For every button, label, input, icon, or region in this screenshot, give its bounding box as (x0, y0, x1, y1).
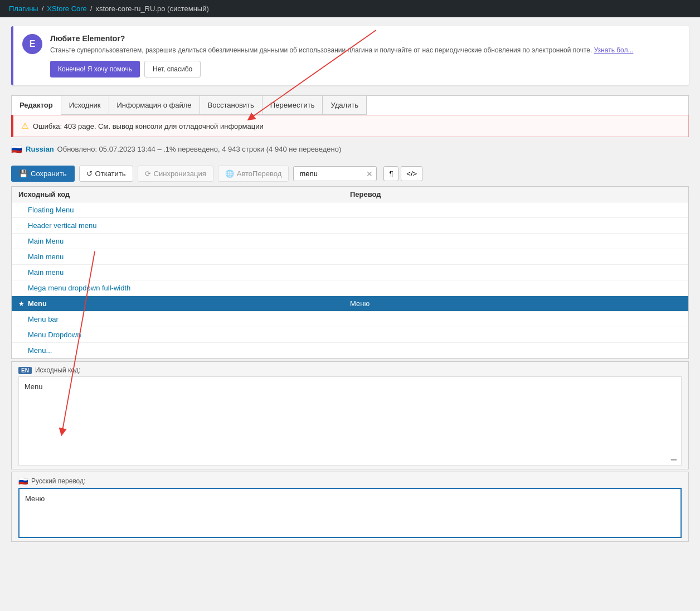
lang-info-bar: 🇷🇺 Russian Обновлено: 05.07.2023 13:44 –… (11, 144, 689, 154)
table-row[interactable]: ★ Main Menu (12, 234, 688, 249)
toolbar: 💾 Сохранить ↺ Откатить ⟳ Синхронизация 🌐… (11, 161, 689, 186)
table-row[interactable]: ★ Floating Menu (12, 202, 688, 218)
tabs-bar: Редактор Исходник Информация о файле Вос… (11, 95, 689, 115)
source-text: Menu Dropdown (28, 331, 81, 339)
format-buttons: ¶ </> (383, 166, 422, 181)
translate-icon: 🌐 (225, 169, 234, 178)
tab-fileinfo[interactable]: Информация о файле (109, 96, 200, 115)
source-cell: ★ Main Menu (18, 237, 350, 245)
source-label-text: Исходный код: (35, 366, 80, 374)
breadcrumb-plugins[interactable]: Плагины (9, 4, 38, 13)
translation-text-box[interactable]: Меню (18, 488, 682, 538)
elementor-learn-more[interactable]: Узнать бол... (594, 46, 634, 54)
table-row-selected[interactable]: ★ Menu Меню (12, 296, 688, 312)
tab-editor[interactable]: Редактор (12, 96, 61, 115)
source-text: Mega menu dropdown full-width (28, 284, 130, 292)
breadcrumb-sep2: / (90, 4, 93, 13)
error-text: Ошибка: 403 page. См. вывод консоли для … (33, 122, 264, 130)
lang-info-text: Обновлено: 05.07.2023 13:44 – .1% переве… (57, 145, 342, 153)
tab-source[interactable]: Исходник (61, 96, 109, 115)
source-text: Main Menu (28, 237, 64, 245)
star-icon: ★ (18, 300, 25, 308)
format-para-button[interactable]: ¶ (383, 166, 398, 181)
source-text: Menu bar (28, 315, 59, 323)
lang-badge-ru: 🇷🇺 (18, 477, 28, 486)
source-cell: ★ Main menu (18, 268, 350, 277)
table-row[interactable]: ★ Main menu (12, 265, 688, 280)
source-cell: ★ Main menu (18, 253, 350, 261)
elementor-icon: E (22, 34, 42, 54)
source-cell: ★ Header vertical menu (18, 221, 350, 230)
source-detail-label: EN Исходный код: (18, 366, 682, 374)
save-icon: 💾 (19, 169, 28, 178)
elementor-no-button[interactable]: Нет, спасибо (144, 61, 201, 77)
breadcrumb-file: xstore-core-ru_RU.po (системный) (95, 4, 208, 13)
table-row[interactable]: ★ Mega menu dropdown full-width (12, 280, 688, 296)
table-row[interactable]: ★ Header vertical menu (12, 218, 688, 234)
elementor-notice-body: Любите Elementor? Станьте суперпользоват… (50, 34, 680, 77)
autotranslate-button[interactable]: 🌐 АвтоПеревод (218, 166, 289, 182)
save-button[interactable]: 💾 Сохранить (11, 166, 75, 182)
breadcrumb: Плагины / XStore Core / xstore-core-ru_R… (0, 0, 700, 17)
source-text: Main menu (28, 253, 64, 261)
tab-move[interactable]: Переместить (262, 96, 323, 115)
lang-name[interactable]: Russian (26, 145, 54, 153)
search-clear-button[interactable]: ✕ (366, 169, 373, 178)
source-cell: ★ Menu... (18, 346, 350, 355)
translation-table: Исходный код Перевод ★ Floating Menu ★ H… (11, 186, 689, 359)
source-text: Header vertical menu (28, 221, 97, 230)
russian-flag: 🇷🇺 (11, 144, 22, 154)
source-text: Menu (28, 299, 47, 308)
elementor-yes-button[interactable]: Конечно! Я хочу помочь (50, 61, 140, 77)
lang-badge-en: EN (18, 367, 32, 374)
tab-restore[interactable]: Восстановить (200, 96, 262, 115)
search-input[interactable] (297, 167, 364, 181)
breadcrumb-sep1: / (42, 4, 44, 13)
table-row[interactable]: ★ Menu Dropdown (12, 327, 688, 343)
source-text: Floating Menu (28, 206, 74, 214)
format-code-button[interactable]: </> (401, 166, 422, 181)
revert-button[interactable]: ↺ Откатить (79, 166, 133, 182)
source-content: Menu (25, 382, 43, 391)
source-text: Menu... (28, 346, 52, 355)
warning-icon: ⚠ (21, 121, 28, 131)
table-row[interactable]: ★ Menu... (12, 343, 688, 358)
col-translation-header: Перевод (350, 190, 682, 198)
elementor-notice: E Любите Elementor? Станьте суперпользов… (11, 26, 689, 85)
revert-icon: ↺ (86, 169, 93, 178)
translation-cell: Меню (350, 299, 682, 308)
tab-delete[interactable]: Удалить (323, 96, 367, 115)
error-bar: ⚠ Ошибка: 403 page. См. вывод консоли дл… (11, 115, 689, 137)
elementor-notice-text: Станьте суперпользователем, разрешив дел… (50, 45, 680, 55)
source-cell: ★ Menu Dropdown (18, 331, 350, 339)
source-detail-section: EN Исходный код: Menu ▬ (11, 361, 689, 469)
table-header: Исходный код Перевод (12, 187, 688, 202)
translation-content: Меню (25, 494, 45, 503)
table-row[interactable]: ★ Main menu (12, 249, 688, 265)
search-wrap: ✕ (293, 166, 377, 181)
translation-detail-label: 🇷🇺 Русский перевод: (18, 477, 682, 486)
source-cell: ★ Menu bar (18, 315, 350, 323)
translation-label-text: Русский перевод: (31, 477, 85, 485)
source-cell: ★ Menu (18, 299, 350, 308)
translation-detail-section: 🇷🇺 Русский перевод: Меню (11, 472, 689, 542)
source-cell: ★ Mega menu dropdown full-width (18, 284, 350, 292)
source-text-box: Menu ▬ (18, 376, 682, 465)
elementor-notice-title: Любите Elementor? (50, 34, 680, 43)
source-cell: ★ Floating Menu (18, 206, 350, 214)
table-row[interactable]: ★ Menu bar (12, 312, 688, 327)
source-text: Main menu (28, 268, 64, 277)
col-source-header: Исходный код (18, 190, 350, 198)
sync-button[interactable]: ⟳ Синхронизация (138, 166, 213, 182)
breadcrumb-xstore[interactable]: XStore Core (47, 4, 87, 13)
sync-icon: ⟳ (145, 169, 151, 178)
